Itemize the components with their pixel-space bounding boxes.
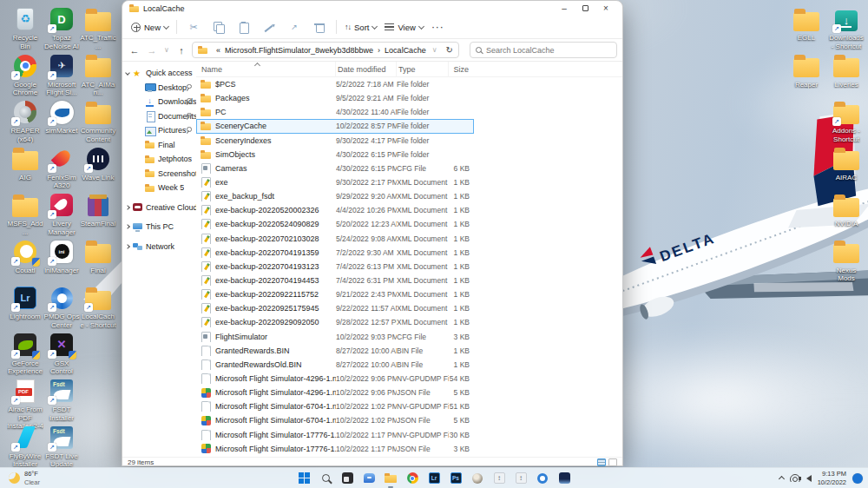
file-row-flightsimulator[interactable]: FlightSimulator10/2/2022 9:03 PMCFG File… xyxy=(196,330,474,344)
desktop-icon-addons-shortcut[interactable]: ↗Addons - Shortcut xyxy=(828,98,865,143)
desktop-icon-recycle-bin[interactable]: Recycle Bin xyxy=(7,5,43,50)
desktop-icon-flybywire-installer[interactable]: ↗FlyByWire Installer xyxy=(7,424,43,469)
weather-widget[interactable]: 86°F Clear xyxy=(9,470,40,486)
desktop-icon-inimanager[interactable]: ↗iniManager xyxy=(43,238,80,275)
file-row-exe-backup-20220929092050[interactable]: exe-backup-202209290920509/28/2022 12:57… xyxy=(196,315,474,329)
desktop-icon-atc-aiman[interactable]: ATC_AIMan... xyxy=(80,52,116,97)
desktop-icon-couatl[interactable]: ↗Couatl xyxy=(7,238,43,275)
column-header-date[interactable]: Date modified xyxy=(335,62,396,76)
sidebar-item-desktop[interactable]: Desktop xyxy=(122,81,196,96)
share-icon[interactable]: ↗ xyxy=(288,21,300,33)
file-row-exe-backup-20220702103028[interactable]: exe-backup-202207021030285/24/2022 9:08 … xyxy=(196,232,474,246)
close-button[interactable]: × xyxy=(596,3,615,15)
desktop-icon-wave-link[interactable]: ↗Wave Link xyxy=(80,145,116,182)
file-row-microsoft-flight-simulator-4296-1-nv-gp[interactable]: Microsoft Flight Simulator-4296-1.nv-gp.… xyxy=(196,372,474,386)
file-row-grantedrewardsold-bin[interactable]: GrantedRewardsOld.BIN8/27/2022 10:00 AMB… xyxy=(196,358,474,372)
sidebar-item-this-pc[interactable]: This PC xyxy=(122,220,196,234)
desktop-icon-microsoft-flight-si[interactable]: ↗Microsoft Flight Si... xyxy=(43,52,80,97)
sidebar-item-downloads[interactable]: Downloads xyxy=(122,95,196,109)
desktop-icon-simmarket[interactable]: ↗simMarket xyxy=(43,98,80,135)
taskbar-app-search[interactable] xyxy=(316,469,335,488)
delete-icon[interactable] xyxy=(313,21,326,33)
sidebar-item-jetphotos[interactable]: Jetphotos xyxy=(122,152,196,167)
large-icons-view-toggle[interactable] xyxy=(608,458,617,466)
taskbar-app-chrome[interactable] xyxy=(403,469,422,488)
taskbar-app-pmdg-ops-center[interactable] xyxy=(533,469,552,488)
file-row-exe-backup-fsdt[interactable]: exe_backup_fsdt9/29/2022 9:20 AMXML Docu… xyxy=(196,189,474,203)
desktop-icon-aig[interactable]: AIG xyxy=(7,145,43,182)
desktop-icon-downloads-shortcut[interactable]: ↗Downloads - Shortcut xyxy=(828,5,865,50)
taskbar-app-start[interactable] xyxy=(294,469,313,488)
desktop-icon-google-chrome[interactable]: ↗Google Chrome xyxy=(7,52,43,97)
desktop-icon-nexus-mods[interactable]: Nexus Mods xyxy=(828,238,865,283)
view-button[interactable]: View xyxy=(385,23,423,32)
sidebar-item-screenshots[interactable]: Screenshots xyxy=(122,167,196,181)
breadcrumb-current[interactable]: LocalCache xyxy=(385,46,426,55)
file-row-scenerycache[interactable]: SceneryCache10/2/2022 8:57 PMFile folder xyxy=(196,119,474,133)
copy-icon[interactable] xyxy=(213,21,225,33)
sidebar-item-pictures[interactable]: Pictures xyxy=(122,123,196,138)
desktop-icon-livery-manager[interactable]: ↗Livery Manager xyxy=(43,191,80,236)
paste-icon[interactable] xyxy=(238,21,250,33)
column-header-name[interactable]: Name xyxy=(200,62,335,76)
desktop-icon-reaper-x64[interactable]: ↗REAPER (x64) xyxy=(7,98,43,143)
maximize-button[interactable] xyxy=(575,3,595,15)
back-button[interactable]: ← xyxy=(128,43,141,57)
desktop-icon-community-content[interactable]: Community Content xyxy=(80,98,116,143)
address-bar[interactable]: « Microsoft.FlightSimulator_8wekyb3d8bbw… xyxy=(192,42,459,58)
chevron-right-icon[interactable] xyxy=(125,244,130,249)
file-row-packages[interactable]: Packages9/5/2022 9:21 AMFile folder xyxy=(196,91,474,105)
details-view-toggle[interactable] xyxy=(597,458,606,466)
file-row-microsoft-flight-simulator-6704-1-nv-gp[interactable]: Microsoft Flight Simulator-6704-1.nv-gp.… xyxy=(196,413,474,427)
file-row-exe-backup-20220704193123[interactable]: exe-backup-202207041931237/4/2022 6:13 P… xyxy=(196,260,474,274)
taskbar-app-chat[interactable] xyxy=(359,469,378,488)
desktop-icon-nvidia[interactable]: NVIDIA xyxy=(828,191,865,228)
desktop-icon-msfs-add[interactable]: MSFS_Add... xyxy=(7,191,43,236)
desktop-icon-geforce-experience[interactable]: ↗GeForce Experience xyxy=(7,331,43,376)
desktop-icon-reaper[interactable]: Reaper xyxy=(788,52,825,89)
desktop-icon-airac[interactable]: AIRAC xyxy=(828,145,865,182)
file-row-sceneryindexes[interactable]: SceneryIndexes9/30/2022 4:17 PMFile fold… xyxy=(196,134,474,148)
taskbar-app-flight-simulator[interactable] xyxy=(555,469,574,488)
desktop-icon-final[interactable]: Final xyxy=(80,238,116,275)
new-button[interactable]: New xyxy=(131,23,168,32)
see-more-button[interactable]: ··· xyxy=(431,21,444,33)
address-dropdown-icon[interactable]: ∨ xyxy=(431,43,439,57)
file-row-microsoft-flight-simulator-4296-1-nv-gp[interactable]: Microsoft Flight Simulator-4296-1.nv-gp.… xyxy=(196,386,474,399)
rename-icon[interactable] xyxy=(263,21,275,33)
sidebar-item-creative-cloud-files[interactable]: Creative Cloud Files xyxy=(122,201,196,215)
chevron-down-icon[interactable] xyxy=(125,70,130,76)
desktop-icon-egll[interactable]: EGLL xyxy=(788,5,825,43)
chevron-right-icon[interactable] xyxy=(125,224,130,229)
taskbar-app-photoshop[interactable] xyxy=(446,469,465,488)
hidden-icons-chevron[interactable] xyxy=(779,476,785,482)
file-row-cameras[interactable]: Cameras4/30/2022 6:15 PMCFG File6 KB xyxy=(196,162,474,175)
sidebar-item-week-5[interactable]: Week 5 xyxy=(122,181,196,195)
file-row-simobjects[interactable]: SimObjects4/30/2022 6:15 PMFile folder xyxy=(196,148,474,162)
desktop-icon-fenixsim-a320[interactable]: ↗FenixSim A320 xyxy=(43,145,80,190)
file-row-exe-backup-20220704191359[interactable]: exe-backup-202207041913597/2/2022 9:30 A… xyxy=(196,246,474,260)
refresh-icon[interactable]: ↻ xyxy=(446,45,453,55)
title-bar[interactable]: LocalCache – × xyxy=(122,1,622,16)
file-row-microsoft-flight-simulator-17776-1-nv-g[interactable]: Microsoft Flight Simulator-17776-1.nv-g.… xyxy=(196,428,474,442)
file-row-exe-backup-20220922115752[interactable]: exe-backup-202209221157529/21/2022 2:43 … xyxy=(196,287,474,301)
desktop-icon-fsdt-installer[interactable]: ↗FSDT Installer xyxy=(43,377,80,422)
desktop-icon-localcache-shortcut[interactable]: ↗LocalCache - Shortcut xyxy=(80,284,116,329)
desktop-icon-steamfinal[interactable]: SteamFinal xyxy=(80,191,116,228)
desktop-icon-airac-from-pdf-installer-2-4[interactable]: ↗Airac From PDF Installer 2-4 xyxy=(7,377,43,431)
taskbar-app-lightroom[interactable] xyxy=(424,469,444,488)
taskbar-app-task-view[interactable] xyxy=(338,469,357,488)
recent-locations-button[interactable]: ∨ xyxy=(162,43,171,57)
file-row-pc[interactable]: PC4/30/2022 11:40 AMFile folder xyxy=(196,105,474,119)
desktop-icon-pmdg-ops-center[interactable]: ↗PMDG Ops Center xyxy=(43,284,80,329)
file-row-exe-backup-20220704194453[interactable]: exe-backup-202207041944537/4/2022 6:31 P… xyxy=(196,274,474,287)
cut-icon[interactable]: ✂ xyxy=(187,21,200,33)
column-header-type[interactable]: Type xyxy=(396,62,448,76)
search-input[interactable] xyxy=(486,46,611,55)
file-row-grantedrewards-bin[interactable]: GrantedRewards.BIN8/27/2022 10:00 AMBIN … xyxy=(196,344,474,358)
desktop-icon-topaz-denoise-ai[interactable]: ↗Topaz DeNoise AI xyxy=(43,5,80,50)
desktop-icon-liveries[interactable]: Liveries xyxy=(828,52,865,89)
minimize-button[interactable]: – xyxy=(555,3,574,15)
sidebar-item-quick-access[interactable]: Quick access xyxy=(122,66,196,81)
desktop-icon-fsdt-live-update[interactable]: ↗FSDT Live Update xyxy=(43,424,80,469)
